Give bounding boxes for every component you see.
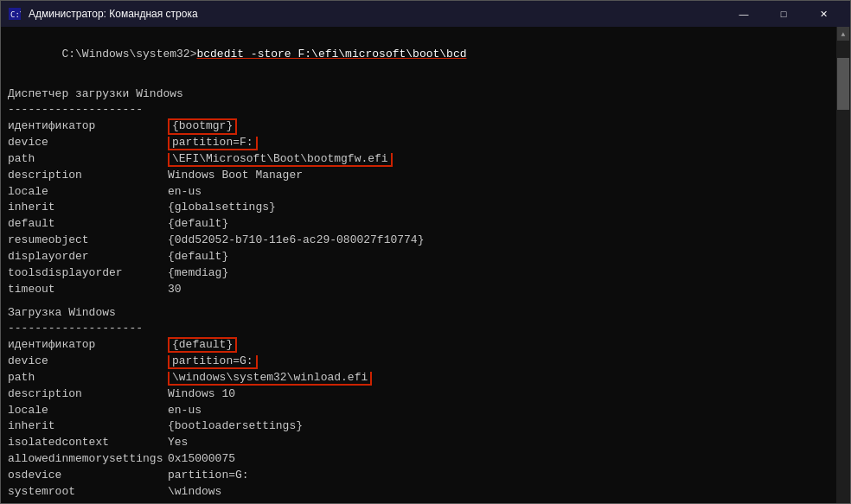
- table-row: идентификатор {bootmgr}: [8, 118, 829, 135]
- key-displayorder: displayorder: [8, 249, 168, 265]
- minimize-button[interactable]: —: [724, 1, 764, 27]
- key-toolsdisplayorder: toolsdisplayorder: [8, 265, 168, 282]
- key-isolatedcontext: isolatedcontext: [8, 435, 168, 451]
- value-inherit-2: {bootloadersettings}: [168, 418, 303, 435]
- value-default-1: {default}: [168, 216, 228, 233]
- value-desc-2: Windows 10: [168, 386, 235, 403]
- scroll-up-button[interactable]: ▲: [837, 27, 849, 41]
- key-desc-2: description: [8, 386, 168, 403]
- close-button[interactable]: ✕: [803, 1, 843, 27]
- key-locale-2: locale: [8, 403, 168, 419]
- value-device-2: partition=G:: [168, 354, 258, 370]
- value-locale-1: en-us: [168, 184, 202, 201]
- key-timeout: timeout: [8, 282, 168, 298]
- value-allowedinmemorysettings: 0x15000075: [168, 451, 235, 468]
- table-row: идентификатор {default}: [8, 337, 829, 354]
- boot-manager-separator: --------------------: [8, 102, 829, 118]
- value-path-2: \windows\system32\winload.efi: [168, 370, 372, 386]
- value-identifier-1: {bootmgr}: [168, 118, 237, 135]
- value-identifier-2: {default}: [168, 337, 237, 354]
- table-row: device partition=F:: [8, 135, 829, 151]
- value-displayorder: {default}: [168, 249, 228, 265]
- table-row: systemroot \windows: [8, 484, 829, 501]
- window-controls: — □ ✕: [724, 1, 843, 27]
- value-isolatedcontext: Yes: [168, 435, 188, 451]
- key-path-1: path: [8, 151, 168, 168]
- value-timeout: 30: [168, 282, 182, 298]
- windows-loader-section: Загрузка Windows -------------------- ид…: [8, 305, 829, 504]
- table-row: inherit {globalsettings}: [8, 200, 829, 216]
- key-default-1: default: [8, 216, 168, 233]
- window: C:\ Администратор: Командная строка — □ …: [0, 0, 851, 504]
- key-resumeobj-2: resumeobject: [8, 501, 168, 503]
- value-path-1: \EFI\Microsoft\Boot\bootmgfw.efi: [168, 151, 393, 168]
- table-row: timeout 30: [8, 282, 829, 298]
- key-resumeobj-1: resumeobject: [8, 233, 168, 249]
- terminal-output[interactable]: C:\Windows\system32>bcdedit -store F:\ef…: [1, 27, 836, 503]
- table-row: inherit {bootloadersettings}: [8, 418, 829, 435]
- maximize-button[interactable]: □: [764, 1, 803, 27]
- value-resumeobj-1: {0dd52052-b710-11e6-ac29-080027f10774}: [168, 233, 424, 249]
- table-row: resumeobject {0dd52052-b710-11e6-ac29-08…: [8, 501, 829, 503]
- boot-manager-title: Диспетчер загрузки Windows: [8, 86, 829, 103]
- table-row: path \EFI\Microsoft\Boot\bootmgfw.efi: [8, 151, 829, 168]
- table-row: allowedinmemorysettings 0x15000075: [8, 451, 829, 468]
- table-row: displayorder {default}: [8, 249, 829, 265]
- table-row: isolatedcontext Yes: [8, 435, 829, 451]
- key-systemroot: systemroot: [8, 484, 168, 501]
- table-row: toolsdisplayorder {memdiag}: [8, 265, 829, 282]
- key-osdevice: osdevice: [8, 468, 168, 484]
- key-inherit-2: inherit: [8, 418, 168, 435]
- table-row: osdevice partition=G:: [8, 468, 829, 484]
- svg-text:C:\: C:\: [10, 10, 21, 19]
- key-identifier-1: идентификатор: [8, 118, 168, 135]
- value-locale-2: en-us: [168, 403, 202, 419]
- key-locale-1: locale: [8, 184, 168, 201]
- table-row: path \windows\system32\winload.efi: [8, 370, 829, 386]
- key-allowedinmemorysettings: allowedinmemorysettings: [8, 451, 168, 468]
- key-device-2: device: [8, 354, 168, 370]
- windows-loader-title: Загрузка Windows: [8, 305, 829, 322]
- content-area: C:\Windows\system32>bcdedit -store F:\ef…: [1, 27, 850, 503]
- table-row: description Windows Boot Manager: [8, 168, 829, 184]
- boot-manager-section: Диспетчер загрузки Windows -------------…: [8, 86, 829, 298]
- key-inherit-1: inherit: [8, 200, 168, 216]
- window-title: Администратор: Командная строка: [29, 8, 724, 20]
- value-device-1: partition=F:: [168, 135, 258, 151]
- key-path-2: path: [8, 370, 168, 386]
- key-desc-1: description: [8, 168, 168, 184]
- windows-loader-separator: --------------------: [8, 321, 829, 337]
- scrollbar[interactable]: ▲: [836, 27, 850, 503]
- value-inherit-1: {globalsettings}: [168, 200, 276, 216]
- scrollbar-thumb[interactable]: [837, 58, 849, 110]
- table-row: device partition=G:: [8, 354, 829, 370]
- value-systemroot: \windows: [168, 484, 221, 501]
- cmd-icon: C:\: [8, 7, 22, 21]
- table-row: description Windows 10: [8, 386, 829, 403]
- table-row: locale en-us: [8, 184, 829, 201]
- key-identifier-2: идентификатор: [8, 337, 168, 354]
- titlebar: C:\ Администратор: Командная строка — □ …: [1, 1, 850, 27]
- table-row: locale en-us: [8, 403, 829, 419]
- value-osdevice: partition=G:: [168, 468, 249, 484]
- value-resumeobj-2: {0dd52052-b710-11e6-ac29-080027f10774}: [168, 501, 424, 503]
- table-row: resumeobject {0dd52052-b710-11e6-ac29-08…: [8, 233, 829, 249]
- value-toolsdisplayorder: {memdiag}: [168, 265, 228, 282]
- command-line: C:\Windows\system32>bcdedit -store F:\ef…: [8, 30, 829, 80]
- table-row: default {default}: [8, 216, 829, 233]
- value-desc-1: Windows Boot Manager: [168, 168, 303, 184]
- key-device-1: device: [8, 135, 168, 151]
